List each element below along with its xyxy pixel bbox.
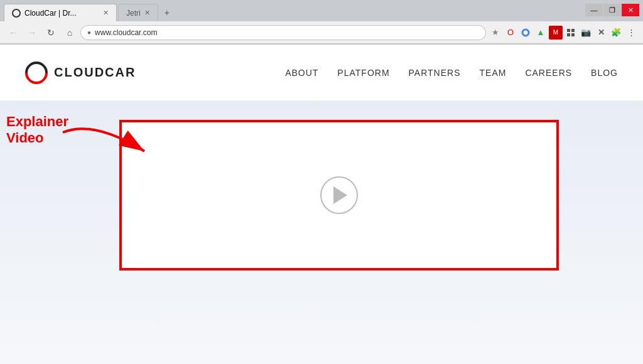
- x-icon[interactable]: ✕: [594, 26, 608, 40]
- play-triangle-icon: [333, 186, 347, 204]
- tab2-title: Jetri: [126, 9, 141, 18]
- site-header: CLOUDCAR ABOUT PLATFORM PARTNERS TEAM CA…: [0, 45, 643, 101]
- annotation-overlay: Explainer Video: [6, 114, 68, 147]
- settings-icon[interactable]: ⋮: [624, 26, 638, 40]
- nav-about[interactable]: ABOUT: [285, 68, 318, 78]
- play-button[interactable]: [320, 176, 358, 214]
- lock-icon: ●: [87, 29, 91, 36]
- annotation-arrow: [57, 114, 170, 164]
- camera-icon[interactable]: 📷: [579, 26, 593, 40]
- new-tab-button[interactable]: +: [158, 4, 176, 21]
- svg-rect-4: [567, 33, 570, 36]
- second-tab[interactable]: Jetri ✕: [118, 4, 158, 21]
- video-player[interactable]: [119, 120, 559, 270]
- toolbar-right: ★ O ▲ M: [489, 26, 638, 40]
- chrome-icon[interactable]: [519, 26, 532, 40]
- nav-platform[interactable]: PLATFORM: [337, 68, 389, 78]
- bookmark-icon[interactable]: ★: [489, 26, 502, 40]
- tab-bar: CloudCar | Dr... ✕ Jetri ✕ + — ❐ ✕: [0, 0, 643, 21]
- svg-rect-3: [571, 29, 575, 32]
- refresh-button[interactable]: ↻: [43, 24, 59, 41]
- website-content: CLOUDCAR ABOUT PLATFORM PARTNERS TEAM CA…: [0, 45, 643, 364]
- extension-icon2[interactable]: [564, 26, 578, 40]
- svg-point-1: [524, 31, 527, 34]
- tab2-close[interactable]: ✕: [144, 9, 150, 17]
- browser-chrome: CloudCar | Dr... ✕ Jetri ✕ + — ❐ ✕ ← → ↻…: [0, 0, 643, 45]
- tab-favicon: [12, 9, 21, 18]
- active-tab[interactable]: CloudCar | Dr... ✕: [4, 4, 117, 21]
- url-text: www.cloudcar.com: [95, 28, 157, 37]
- maximize-button[interactable]: ❐: [603, 4, 621, 16]
- site-nav: ABOUT PLATFORM PARTNERS TEAM CAREERS BLO…: [285, 68, 618, 78]
- logo-area: CLOUDCAR: [25, 62, 136, 84]
- puzzle-icon[interactable]: 🧩: [609, 26, 623, 40]
- tab-close-button[interactable]: ✕: [103, 9, 109, 17]
- nav-team[interactable]: TEAM: [480, 68, 507, 78]
- extension-icon1[interactable]: M: [549, 26, 563, 40]
- logo-icon: [21, 56, 53, 88]
- nav-blog[interactable]: BLOG: [591, 68, 618, 78]
- minimize-button[interactable]: —: [585, 4, 603, 16]
- svg-rect-5: [571, 33, 575, 36]
- window-controls: — ❐ ✕: [585, 4, 639, 16]
- forward-button[interactable]: →: [24, 24, 40, 41]
- logo-text: CLOUDCAR: [54, 65, 136, 80]
- opera-icon[interactable]: O: [504, 26, 517, 40]
- browser-window: CloudCar | Dr... ✕ Jetri ✕ + — ❐ ✕ ← → ↻…: [0, 0, 643, 364]
- nav-partners[interactable]: PARTNERS: [409, 68, 461, 78]
- browser-toolbar: ← → ↻ ⌂ ● www.cloudcar.com ★ O ▲: [0, 21, 643, 44]
- tab-title: CloudCar | Dr...: [24, 9, 76, 18]
- close-button[interactable]: ✕: [622, 4, 639, 16]
- address-bar[interactable]: ● www.cloudcar.com: [80, 25, 486, 40]
- site-main: Explainer Video: [0, 101, 643, 364]
- nav-careers[interactable]: CAREERS: [525, 68, 572, 78]
- google-drive-icon[interactable]: ▲: [534, 26, 548, 40]
- svg-rect-2: [567, 29, 570, 32]
- back-button[interactable]: ←: [5, 24, 21, 41]
- home-button[interactable]: ⌂: [62, 24, 78, 41]
